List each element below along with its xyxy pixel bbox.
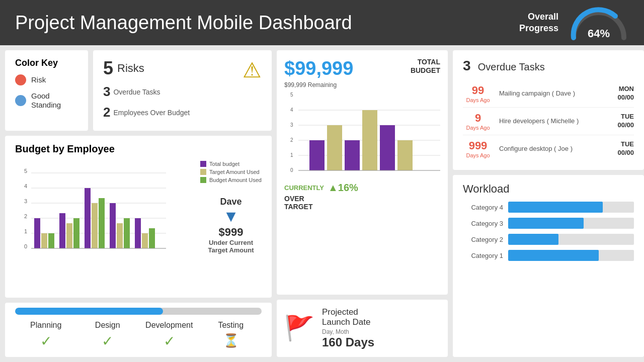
svg-text:1: 1 [290, 152, 293, 158]
days-label-1: Days Ago [463, 97, 493, 103]
right-column: 3 Overdue Tasks 99 Days Ago Mailing camp… [453, 50, 644, 357]
task-date-3: TUE00/00 [617, 140, 634, 157]
overdue-header-label: Overdue Tasks [478, 61, 545, 72]
legend-total: Total budget [200, 161, 262, 167]
svg-text:3: 3 [290, 122, 293, 128]
big-amount: $99,999 [284, 58, 353, 79]
workload-card: Workload Category 4 Category 3 Category … [453, 175, 644, 357]
legend-tan-swatch [200, 169, 206, 175]
over-budget-label: Employees Over Budget [113, 109, 190, 117]
currently-pct: ▲16% [328, 182, 358, 194]
dave-amount: $999 [219, 226, 244, 239]
task-date-2: TUE00/00 [617, 113, 634, 130]
days-label-2: Days Ago [463, 125, 493, 131]
dave-arrow-icon: ▼ [223, 207, 239, 226]
stage-design-check: ✓ [77, 333, 139, 349]
task-name-3: Configure desktop ( Joe ) [499, 145, 611, 153]
warning-icon: ⚠ [243, 58, 262, 82]
currently-label: CURRENTLY [284, 184, 324, 192]
color-key-title: Color Key [15, 58, 78, 68]
workload-label-cat3: Category 3 [463, 220, 503, 227]
over-budget-row: 2 Employees Over Budget [103, 105, 262, 120]
days-ago-2: 9 Days Ago [463, 112, 493, 131]
workload-bar-inner-cat2 [508, 234, 558, 245]
currently-section: CURRENTLY ▲16% OVERTARGET [284, 182, 440, 211]
days-num-2: 9 [463, 112, 493, 125]
workload-bar-outer-cat3 [508, 218, 634, 229]
overdue-row-1: 99 Days Ago Mailing campaign ( Dave ) MO… [463, 80, 634, 108]
svg-rect-23 [124, 218, 130, 248]
workload-row-cat2: Category 2 [463, 234, 634, 245]
days-num-1: 99 [463, 84, 493, 97]
svg-text:1: 1 [24, 228, 27, 234]
main-content: Color Key Risk GoodStanding 5 Risks ⚠ [0, 45, 644, 362]
svg-text:0: 0 [290, 167, 293, 173]
workload-row-cat1: Category 1 [463, 250, 634, 261]
svg-rect-12 [34, 218, 40, 248]
svg-rect-20 [99, 198, 105, 248]
svg-text:4: 4 [290, 107, 293, 113]
svg-rect-26 [149, 228, 155, 248]
svg-rect-14 [48, 233, 54, 248]
stage-planning-check: ✓ [15, 333, 77, 349]
svg-rect-41 [345, 140, 360, 170]
svg-rect-39 [309, 140, 325, 170]
overdue-card: 3 Overdue Tasks 99 Days Ago Mailing camp… [453, 50, 644, 170]
workload-row-cat3: Category 3 [463, 218, 634, 229]
total-budget-label: TOTALBUDGET [411, 58, 440, 75]
svg-rect-40 [327, 125, 342, 170]
svg-text:3: 3 [24, 198, 27, 204]
mini-bar-chart: 0 1 2 3 4 5 [284, 93, 440, 178]
risks-label: Risks [117, 62, 144, 75]
key-item-risk: Risk [15, 74, 78, 85]
dave-sub: Under CurrentTarget Amount [208, 239, 254, 254]
header: Project Management Mobile Dashboard Over… [0, 0, 644, 45]
svg-text:2: 2 [290, 137, 293, 143]
svg-text:5: 5 [290, 93, 293, 98]
top-row: Color Key Risk GoodStanding 5 Risks ⚠ [5, 50, 272, 131]
progress-bar-inner [15, 308, 163, 315]
workload-label-cat1: Category 1 [463, 252, 503, 259]
risk-warning: ⚠ [243, 58, 262, 82]
currently-row: CURRENTLY ▲16% [284, 182, 440, 194]
overdue-num: 3 [103, 84, 110, 100]
days-num-3: 999 [463, 139, 493, 152]
stage-development-check: ✓ [138, 333, 200, 349]
overdue-count: 3 [463, 58, 471, 73]
workload-label-cat4: Category 4 [463, 204, 503, 211]
svg-rect-13 [41, 233, 47, 248]
workload-title: Workload [463, 183, 634, 196]
key-item-good: GoodStanding [15, 92, 78, 110]
legend-target-label: Target Amount Used [209, 169, 260, 175]
overdue-row-3: 999 Days Ago Configure desktop ( Joe ) T… [463, 135, 634, 162]
mid-column: $99,999 TOTALBUDGET $99,999 Remaining 0 … [277, 50, 448, 357]
svg-rect-24 [135, 218, 141, 248]
legend-budget: Budget Amount Used [200, 177, 262, 183]
legend-budget-label: Budget Amount Used [209, 177, 262, 183]
left-column: Color Key Risk GoodStanding 5 Risks ⚠ [5, 50, 272, 357]
budget-legend: Total budget Target Amount Used Budget A… [200, 161, 262, 183]
overdue-label: Overdue Tasks [113, 88, 160, 96]
good-dot [15, 95, 26, 106]
svg-rect-21 [110, 203, 116, 248]
gauge-percent: 64% [588, 27, 610, 40]
launch-info: ProjectedLaunch Date Day, Moth 160 Days [322, 307, 374, 349]
workload-bar-inner-cat4 [508, 202, 603, 213]
total-budget-card: $99,999 TOTALBUDGET $99,999 Remaining 0 … [277, 50, 448, 295]
stage-planning-label: Planning [15, 321, 77, 330]
legend-target: Target Amount Used [200, 169, 262, 175]
employee-bar-chart: 0 1 2 3 4 5 [15, 159, 171, 252]
big-amount-area: $99,999 [284, 58, 353, 79]
svg-rect-15 [59, 213, 65, 248]
task-name-1: Mailing campaign ( Dave ) [499, 89, 611, 98]
stage-testing: Testing ⏳ [200, 321, 262, 349]
workload-bar-inner-cat1 [508, 250, 599, 261]
overdue-row-2: 9 Days Ago Hire developers ( Michelle ) … [463, 108, 634, 135]
svg-rect-22 [117, 223, 123, 248]
budget-title: Budget by Employee [15, 143, 262, 155]
stage-development: Development ✓ [138, 321, 200, 349]
dave-section: Dave ▼ $999 Under CurrentTarget Amount [200, 197, 262, 254]
total-budget-label-area: TOTALBUDGET [411, 58, 440, 75]
stage-testing-label: Testing [200, 321, 262, 330]
remaining-text: $99,999 Remaining [284, 81, 440, 88]
